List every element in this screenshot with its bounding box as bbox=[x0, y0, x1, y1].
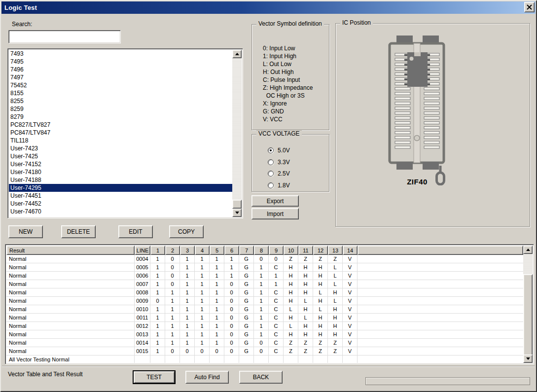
value-cell: 1 bbox=[195, 255, 210, 263]
value-cell: 1 bbox=[165, 330, 180, 339]
radio-option[interactable]: 5.0V bbox=[268, 146, 290, 154]
list-item[interactable]: 7495 bbox=[9, 58, 232, 66]
vector-symbol-title: Vector Symbol definition bbox=[256, 20, 324, 27]
filler-cell bbox=[358, 330, 523, 339]
value-cell: H bbox=[313, 280, 328, 288]
list-item[interactable]: User-7423 bbox=[9, 144, 232, 152]
table-row[interactable]: Normal0006101111G11HHHLV bbox=[6, 272, 523, 280]
list-item[interactable]: User-74670 bbox=[9, 208, 232, 215]
list-item[interactable]: 75452 bbox=[9, 81, 232, 89]
value-cell: H bbox=[298, 305, 313, 314]
value-cell: 0 bbox=[254, 255, 269, 263]
vector-symbol-groupbox: Vector Symbol definition 0: Input Low1: … bbox=[251, 24, 329, 130]
list-item[interactable]: PC827/LTV827 bbox=[9, 121, 232, 129]
delete-button[interactable]: DELETE bbox=[61, 225, 96, 238]
value-cell: 1 bbox=[224, 263, 239, 272]
header-cell: 10 bbox=[284, 246, 298, 255]
chip-notch bbox=[414, 52, 421, 56]
table-scrollbar-down-button[interactable] bbox=[523, 355, 533, 363]
close-button[interactable] bbox=[524, 2, 535, 12]
auto-find-button[interactable]: Auto Find bbox=[185, 371, 229, 384]
value-cell bbox=[150, 356, 165, 363]
filler-cell bbox=[358, 288, 523, 297]
table-row[interactable]: Normal0008111110G1CHHLHV bbox=[6, 288, 523, 297]
list-item[interactable]: 8279 bbox=[9, 113, 232, 121]
copy-button-label: COPY bbox=[178, 228, 195, 235]
header-cell-filler bbox=[358, 246, 523, 255]
titlebar[interactable]: Logic Test bbox=[1, 1, 536, 14]
table-row[interactable]: Normal0011111110G1CHLHHV bbox=[6, 314, 523, 322]
list-item[interactable]: User-74452 bbox=[9, 200, 232, 208]
filler-cell bbox=[358, 255, 523, 263]
table-scrollbar[interactable] bbox=[523, 246, 533, 363]
list-item[interactable]: User-74180 bbox=[9, 168, 232, 176]
table-row[interactable]: Normal0005101111G1CHHHLV bbox=[6, 263, 523, 272]
list-item[interactable]: 8155 bbox=[9, 89, 232, 97]
export-button[interactable]: Export bbox=[251, 195, 299, 207]
device-list: 7493749574967497754528155825582598279PC8… bbox=[9, 50, 232, 217]
scrollbar-thumb[interactable] bbox=[232, 200, 242, 209]
table-row[interactable]: Normal0012111110G1CLHHHV bbox=[6, 322, 523, 330]
list-item[interactable]: PC847/LTV847 bbox=[9, 129, 232, 137]
value-cell: L bbox=[313, 288, 328, 297]
new-button[interactable]: NEW bbox=[8, 225, 43, 238]
header-cell: 1 bbox=[150, 246, 165, 255]
list-item[interactable]: 8259 bbox=[9, 105, 232, 113]
line-cell bbox=[135, 356, 150, 363]
close-icon bbox=[527, 4, 532, 10]
scrollbar-up-button[interactable] bbox=[232, 50, 242, 58]
search-input[interactable] bbox=[8, 30, 121, 43]
list-item[interactable]: 7493 bbox=[9, 50, 232, 58]
list-item[interactable]: 7496 bbox=[9, 66, 232, 73]
table-scrollbar-up-button[interactable] bbox=[523, 246, 533, 254]
table-row[interactable]: Normal0015100000G0CZZZZV bbox=[6, 347, 523, 356]
value-cell: H bbox=[313, 263, 328, 272]
test-button[interactable]: TEST bbox=[133, 370, 176, 384]
value-cell: 1 bbox=[150, 314, 165, 322]
device-list-scrollbar[interactable] bbox=[232, 50, 242, 217]
import-button[interactable]: Import bbox=[251, 208, 299, 219]
export-button-label: Export bbox=[267, 198, 284, 205]
edit-button[interactable]: EDIT bbox=[118, 225, 153, 238]
value-cell: C bbox=[269, 330, 284, 339]
value-cell: Z bbox=[298, 339, 313, 347]
table-row[interactable]: Normal0007101110G11HHHLV bbox=[6, 280, 523, 288]
list-item[interactable]: TIL118 bbox=[9, 137, 232, 144]
list-item[interactable]: 7497 bbox=[9, 73, 232, 81]
value-cell: 1 bbox=[165, 288, 180, 297]
table-scrollbar-thumb[interactable] bbox=[523, 274, 533, 356]
radio-option[interactable]: 2.5V bbox=[268, 170, 290, 178]
list-item[interactable]: 8255 bbox=[9, 97, 232, 105]
vector-symbol-line: 1: Input High bbox=[263, 52, 313, 60]
radio-option[interactable]: 3.3V bbox=[268, 158, 290, 166]
import-button-label: Import bbox=[267, 211, 284, 217]
radio-option[interactable]: 1.8V bbox=[268, 181, 290, 189]
value-cell bbox=[224, 356, 239, 363]
table-row[interactable]: Normal0009011110G1CHLHLV bbox=[6, 297, 523, 305]
table-row[interactable]: Normal0014111110G0CZZZZV bbox=[6, 339, 523, 347]
list-item[interactable]: User-74295 bbox=[9, 184, 232, 192]
table-row[interactable]: Normal0004101111G00ZZZZV bbox=[6, 255, 523, 263]
back-button[interactable]: BACK bbox=[239, 371, 283, 384]
value-cell: 1 bbox=[254, 288, 269, 297]
line-cell: 0013 bbox=[135, 330, 150, 339]
list-item[interactable]: User-74188 bbox=[9, 176, 232, 184]
value-cell: 1 bbox=[195, 288, 210, 297]
line-cell: 0010 bbox=[135, 305, 150, 314]
value-cell: H bbox=[328, 288, 343, 297]
scrollbar-down-button[interactable] bbox=[232, 209, 242, 217]
copy-button[interactable]: COPY bbox=[169, 225, 204, 238]
vector-symbol-line: H: Out High bbox=[263, 68, 313, 76]
arrow-down-icon bbox=[526, 357, 530, 360]
table-footer-row[interactable]: All Vector Testing Normal bbox=[6, 356, 523, 363]
list-item[interactable]: User-7425 bbox=[9, 152, 232, 160]
value-cell: 0 bbox=[165, 272, 180, 280]
value-cell: C bbox=[269, 347, 284, 356]
filler-cell bbox=[358, 322, 523, 330]
value-cell: 0 bbox=[224, 314, 239, 322]
list-item[interactable]: User-74451 bbox=[9, 192, 232, 200]
value-cell bbox=[180, 356, 195, 363]
table-row[interactable]: Normal0010111110G1CLHLHV bbox=[6, 305, 523, 314]
list-item[interactable]: User-74152 bbox=[9, 160, 232, 168]
table-row[interactable]: Normal0013111110G1CHHHHV bbox=[6, 330, 523, 339]
